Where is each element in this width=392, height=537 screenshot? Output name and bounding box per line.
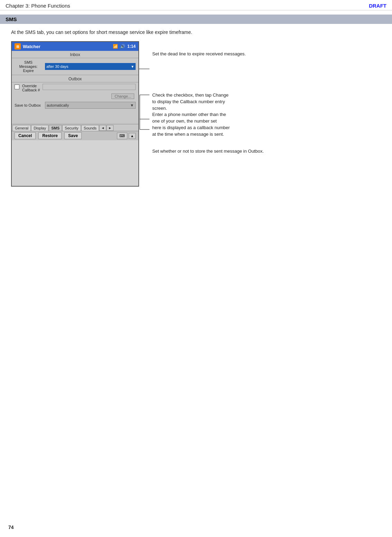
annotation-3: Set whether or not to store the sent mes… [152,148,264,155]
titlebar-left: ⊞ Watcher [15,43,40,50]
windows-icon: ⊞ [15,43,21,50]
section-bar: SMS [0,15,392,24]
annotation-texts: Set the dead line to expire received mes… [149,51,264,162]
expire-value: after 30 days [46,64,69,69]
connector-lines [139,55,149,180]
tab-general[interactable]: General [12,125,31,131]
change-btn-wrapper: Change... [15,93,136,99]
callback-input[interactable] [43,84,136,90]
empty-space [12,110,138,124]
sms-expire-label: SMS Messages:Expire [15,60,42,73]
phone-actions: Cancel Restore Save ⌨ ▲ [12,131,138,140]
expire-dropdown-arrow: ▼ [131,65,134,69]
expire-dropdown[interactable]: after 30 days ▼ [45,63,136,70]
save-outbox-value: automatically [47,103,69,107]
chapter-title: Chapter 3: Phone Functions [6,3,70,9]
restore-button[interactable]: Restore [38,132,62,139]
titlebar-right: 📶 🔊 1:14 [113,44,136,49]
annotation-2: Check the checkbox, then tap Change to d… [152,92,264,138]
tab-nav-next[interactable]: ► [107,125,113,131]
screenshot-annotations-container: ⊞ Watcher 📶 🔊 1:14 Inbox SMS Messages:Ex… [11,41,381,187]
phone-body: Inbox SMS Messages:Expire after 30 days … [12,51,138,140]
callback-inner: OverrideCallback # [15,84,136,92]
outbox-callback-row: OverrideCallback # Change... [12,82,138,100]
tab-display[interactable]: Display [31,125,48,131]
annotation-1-text: Set the dead line to expire received mes… [152,51,246,57]
content-area: At the SMS tab, you can set options for … [0,24,392,192]
keyboard-button[interactable]: ⌨ [117,133,127,139]
tab-sounds[interactable]: Sounds [81,125,99,131]
annotation-3-text: Set whether or not to store the sent mes… [152,148,264,155]
phone-tabs: General Display SMS Security Sounds ◄ ► [12,124,138,131]
connector-svg [139,55,149,180]
signal-icon: 📶 [113,44,118,49]
page-number: 74 [8,525,14,530]
page-header: Chapter 3: Phone Functions DRAFT [0,0,392,10]
time-display: 1:14 [127,44,136,49]
sound-icon: 🔊 [120,44,125,49]
annotation-1: Set the dead line to expire received mes… [152,51,264,57]
save-outbox-label: Save to Outbox [15,103,42,107]
spacer-1 [152,64,264,92]
tab-sms[interactable]: SMS [49,125,62,131]
save-outbox-dropdown[interactable]: automatically ▼ [45,102,136,109]
callback-label: OverrideCallback # [22,84,40,92]
tab-nav-prev[interactable]: ◄ [99,125,106,131]
change-button[interactable]: Change... [111,93,134,99]
sms-expire-row: SMS Messages:Expire after 30 days ▼ [12,58,138,75]
save-button[interactable]: Save [64,132,82,139]
inbox-section-label: Inbox [12,51,138,58]
app-name: Watcher [23,44,40,49]
phone-titlebar: ⊞ Watcher 📶 🔊 1:14 [12,42,138,51]
intro-text: At the SMS tab, you can set options for … [11,29,381,35]
outbox-section-label: Outbox [12,75,138,82]
cancel-button[interactable]: Cancel [15,132,36,139]
annotations-area: Set the dead line to expire received mes… [139,41,264,180]
save-outbox-row: Save to Outbox automatically ▼ [12,100,138,110]
override-checkbox[interactable] [15,84,19,89]
save-outbox-arrow: ▼ [130,103,134,107]
annotation-2-text: Check the checkbox, then tap Change to d… [152,92,230,138]
draft-label: DRAFT [369,3,386,9]
section-title: SMS [6,16,17,22]
scroll-up-button[interactable]: ▲ [129,133,136,139]
phone-screenshot: ⊞ Watcher 📶 🔊 1:14 Inbox SMS Messages:Ex… [11,41,139,187]
tab-security[interactable]: Security [62,125,81,131]
